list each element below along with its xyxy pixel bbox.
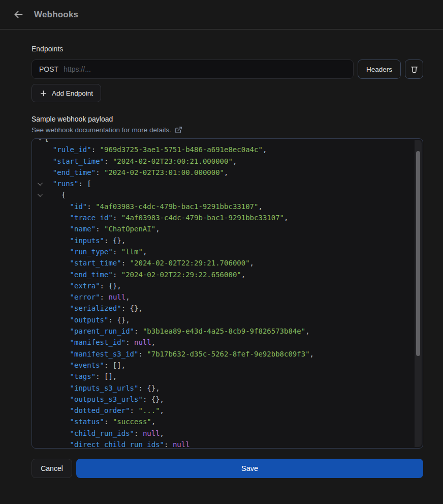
endpoints-label: Endpoints (31, 45, 423, 53)
code-line: "run_type": "llm", (36, 246, 423, 257)
code-line: "inputs_s3_urls": {}, (36, 382, 423, 394)
code-line: "id": "4af03983-c4dc-479b-bac1-9291bbc33… (36, 201, 423, 212)
headers-button[interactable]: Headers (358, 60, 401, 79)
endpoint-row: POST https://... Headers (31, 60, 423, 79)
code-line: "error": null, (36, 291, 423, 303)
http-method-label: POST (39, 65, 58, 73)
code-line: "dotted_order": "...", (36, 405, 423, 416)
code-line: "name": "ChatOpenAI", (36, 223, 423, 234)
code-line: { (36, 189, 423, 200)
code-line: "start_time": "2024-02-02T23:00:21.00000… (36, 156, 423, 167)
footer-actions: Cancel Save (31, 459, 423, 478)
code-line: "end_time": "2024-02-02T23:01:00.000000"… (36, 167, 423, 178)
plus-icon (40, 90, 47, 97)
collapse-chevron-icon[interactable] (38, 192, 43, 197)
payload-section: Sample webhook payload See webhook docum… (31, 115, 423, 134)
code-line: "inputs": {}, (36, 235, 423, 246)
code-line: "parent_run_id": "b3b1ea89-e43d-4a25-8cb… (36, 325, 423, 337)
back-button[interactable] (12, 8, 25, 21)
payload-code-block[interactable]: { "rule_id": "969d3725-3ae1-5751-b486-a6… (31, 138, 423, 449)
collapse-chevron-icon[interactable] (38, 138, 43, 140)
code-line: "outputs": {}, (36, 314, 423, 325)
code-line: "start_time": "2024-02-02T22:29:21.70600… (36, 257, 423, 269)
doc-link-text: See webhook documentation for more detai… (31, 126, 171, 134)
code-line: "manifest_s3_id": "7b17b632-d35c-5262-8f… (36, 348, 423, 360)
code-line: "end_time": "2024-02-02T22:29:22.656000"… (36, 269, 423, 280)
trash-icon (410, 65, 419, 74)
code-line: "extra": {}, (36, 280, 423, 291)
collapse-chevron-icon[interactable] (38, 181, 43, 186)
endpoint-url-input[interactable]: POST https://... (31, 60, 354, 79)
arrow-left-icon (13, 9, 24, 20)
external-link-icon (175, 126, 182, 134)
webhook-doc-link[interactable]: See webhook documentation for more detai… (31, 126, 182, 134)
url-placeholder-text: https://... (64, 65, 91, 73)
code-line: "serialized": {}, (36, 303, 423, 314)
add-endpoint-label: Add Endpoint (52, 90, 93, 97)
code-line: "events": [], (36, 360, 423, 371)
code-scrollbar-thumb[interactable] (416, 151, 420, 356)
cancel-button[interactable]: Cancel (31, 459, 72, 478)
main-content: Endpoints POST https://... Headers Add E… (0, 29, 443, 478)
delete-endpoint-button[interactable] (405, 60, 423, 79)
payload-label: Sample webhook payload (31, 115, 423, 123)
code-line: "direct_child_run_ids": null (36, 439, 423, 449)
code-line: "rule_id": "969d3725-3ae1-5751-b486-a691… (36, 144, 423, 155)
code-line: "tags": [], (36, 371, 423, 382)
code-line: "trace_id": "4af03983-c4dc-479b-bac1-929… (36, 212, 423, 223)
code-line: "status": "success", (36, 416, 423, 427)
code-line: "outputs_s3_urls": {}, (36, 394, 423, 405)
code-line: "runs": [ (36, 178, 423, 189)
code-content: { "rule_id": "969d3725-3ae1-5751-b486-a6… (32, 138, 423, 449)
code-line: "manifest_id": null, (36, 337, 423, 348)
code-line: { (36, 138, 423, 144)
header: Webhooks (0, 0, 443, 29)
page-title: Webhooks (34, 10, 78, 20)
code-scrollbar-track[interactable] (415, 140, 422, 447)
save-button[interactable]: Save (76, 459, 423, 478)
code-line: "child_run_ids": null, (36, 428, 423, 439)
add-endpoint-button[interactable]: Add Endpoint (31, 84, 101, 102)
